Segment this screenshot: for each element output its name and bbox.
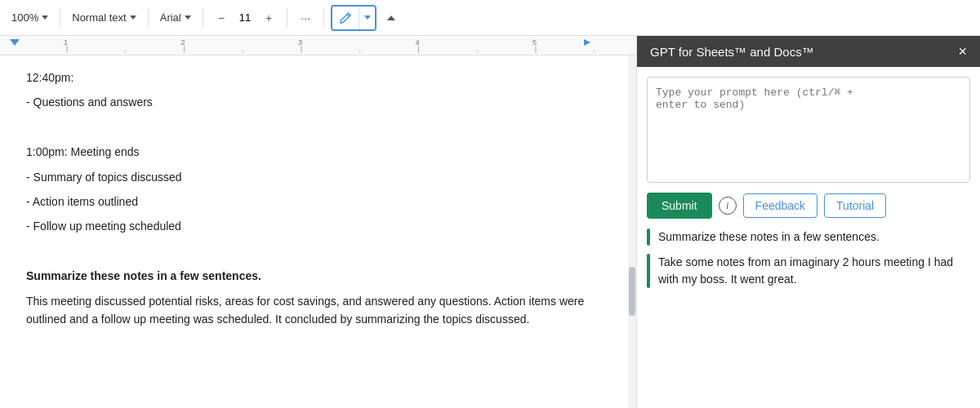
gpt-panel-header: GPT for Sheets™ and Docs™ × bbox=[637, 36, 980, 67]
style-chevron-icon bbox=[130, 16, 136, 20]
separator-4 bbox=[287, 8, 287, 28]
svg-text:5: 5 bbox=[532, 38, 537, 47]
separator-5 bbox=[323, 8, 324, 28]
doc-line-3: 1:00pm: Meeting ends bbox=[26, 143, 602, 161]
info-icon[interactable]: i bbox=[719, 197, 737, 215]
pen-icon bbox=[339, 11, 352, 24]
svg-text:4: 4 bbox=[415, 38, 419, 47]
pen-dropdown-chevron-button[interactable] bbox=[359, 7, 375, 29]
pen-button[interactable] bbox=[332, 7, 359, 29]
pen-chevron-icon bbox=[364, 16, 371, 20]
font-size-value: 11 bbox=[234, 11, 256, 24]
ruler-left-marker bbox=[10, 39, 20, 46]
font-chevron-icon bbox=[185, 16, 191, 20]
pen-dropdown-group bbox=[331, 5, 376, 31]
doc-line-2: - Questions and answers bbox=[26, 93, 602, 111]
history-text-1: Summarize these notes in a few sentences… bbox=[658, 228, 880, 246]
separator-3 bbox=[203, 8, 203, 28]
document-side: 1 2 3 4 5 12:40pm: - Ques bbox=[0, 36, 637, 408]
style-group: Normal text bbox=[67, 8, 140, 27]
style-button[interactable]: Normal text bbox=[67, 8, 140, 27]
feedback-button[interactable]: Feedback bbox=[743, 193, 817, 218]
doc-summary: This meeting discussed potential risks, … bbox=[26, 292, 602, 329]
zoom-chevron-icon bbox=[42, 16, 48, 20]
font-group: Arial bbox=[155, 8, 196, 27]
zoom-button[interactable]: 100% bbox=[7, 8, 53, 27]
doc-bold-text: Summarize these notes in a few sentences… bbox=[26, 269, 261, 282]
separator-1 bbox=[60, 8, 60, 28]
scrollbar-thumb[interactable] bbox=[629, 267, 635, 316]
history-bar-2 bbox=[647, 254, 650, 288]
doc-line-6: - Follow up meeting scheduled bbox=[26, 217, 602, 235]
main-area: 1 2 3 4 5 12:40pm: - Ques bbox=[0, 36, 980, 408]
gpt-actions-bar: Submit i Feedback Tutorial bbox=[647, 193, 970, 219]
collapse-toolbar-button[interactable] bbox=[380, 7, 403, 29]
doc-line-5: - Action items outlined bbox=[26, 193, 602, 211]
gpt-prompt-textarea[interactable] bbox=[647, 77, 970, 183]
font-label: Arial bbox=[160, 11, 181, 24]
style-label: Normal text bbox=[72, 11, 126, 24]
doc-line-1: 12:40pm: bbox=[26, 69, 602, 86]
font-size-group: − 11 + bbox=[210, 7, 280, 29]
zoom-group: 100% bbox=[7, 8, 53, 27]
ruler-right-marker bbox=[584, 39, 590, 46]
font-size-decrease-button[interactable]: − bbox=[210, 7, 233, 29]
history-item-1: Summarize these notes in a few sentences… bbox=[647, 228, 970, 246]
more-options-label: ··· bbox=[301, 11, 310, 24]
doc-spacer-2 bbox=[26, 242, 602, 260]
toolbar: 100% Normal text Arial − 11 + ··· bbox=[0, 0, 980, 36]
doc-line-4: - Summary of topics discussed bbox=[26, 168, 602, 186]
document-content: 12:40pm: - Questions and answers 1:00pm:… bbox=[0, 55, 628, 408]
doc-bold-heading: Summarize these notes in a few sentences… bbox=[26, 267, 602, 285]
zoom-label: 100% bbox=[11, 11, 38, 24]
more-options-button[interactable]: ··· bbox=[294, 7, 317, 29]
gpt-panel: GPT for Sheets™ and Docs™ × Submit i Fee… bbox=[637, 36, 980, 408]
svg-text:1: 1 bbox=[64, 38, 68, 47]
history-text-2: Take some notes from an imaginary 2 hour… bbox=[658, 254, 970, 288]
svg-text:2: 2 bbox=[180, 38, 185, 47]
font-size-increase-button[interactable]: + bbox=[257, 7, 280, 29]
ruler-marks: 1 2 3 4 5 bbox=[0, 36, 636, 56]
gpt-panel-close-button[interactable]: × bbox=[958, 44, 967, 59]
tutorial-button[interactable]: Tutorial bbox=[824, 193, 886, 218]
history-bar-1 bbox=[647, 228, 650, 246]
font-button[interactable]: Arial bbox=[155, 8, 196, 27]
svg-text:3: 3 bbox=[298, 38, 302, 47]
doc-spacer-1 bbox=[26, 118, 602, 136]
gpt-panel-title: GPT for Sheets™ and Docs™ bbox=[650, 45, 814, 59]
chevron-up-icon bbox=[387, 16, 395, 20]
scrollbar-track[interactable] bbox=[628, 55, 636, 408]
ruler: 1 2 3 4 5 bbox=[0, 36, 636, 55]
gpt-history-list: Summarize these notes in a few sentences… bbox=[647, 228, 970, 398]
submit-button[interactable]: Submit bbox=[647, 193, 712, 219]
history-item-2: Take some notes from an imaginary 2 hour… bbox=[647, 254, 970, 288]
gpt-panel-body: Submit i Feedback Tutorial Summarize the… bbox=[637, 67, 980, 408]
separator-2 bbox=[148, 8, 149, 28]
